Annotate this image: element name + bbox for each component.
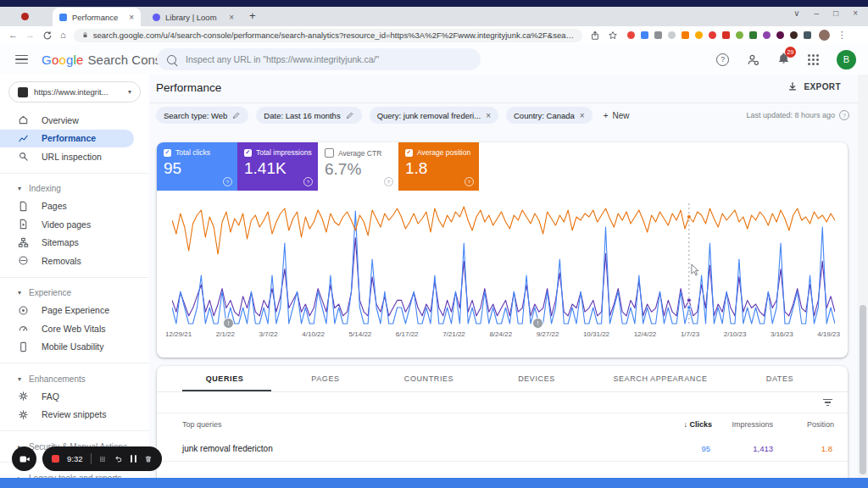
extension-icon[interactable] [654,31,662,39]
metric-tile-total-clicks[interactable]: ✓ Total clicks 95 ? [157,142,237,191]
chart-annotation-marker[interactable]: ! [223,318,234,329]
help-icon[interactable]: ? [384,177,393,186]
extension-icon[interactable] [627,31,635,39]
google-apps-icon[interactable] [808,54,819,65]
menu-icon[interactable] [15,55,28,64]
checkbox-unchecked[interactable] [325,148,334,158]
inspect-url-input[interactable] [184,53,470,65]
back-icon[interactable]: ← [8,30,18,40]
account-avatar[interactable]: B [837,50,856,69]
help-icon[interactable]: ? [465,177,474,186]
window-close-icon[interactable]: × [853,8,858,18]
bookmark-star-icon[interactable] [608,30,618,41]
tab-pages[interactable]: PAGES [311,374,339,383]
help-icon[interactable]: ? [223,177,232,186]
inspect-url-search[interactable] [157,48,481,70]
close-icon[interactable]: × [580,111,585,120]
restart-icon[interactable] [114,454,123,464]
user-settings-icon[interactable] [747,53,760,66]
extension-icon[interactable] [668,31,676,39]
sidebar-item-review-snippets[interactable]: Review snippets [0,406,149,424]
section-indexing[interactable]: ▾ Indexing [0,180,149,197]
sidebar-item-sitemaps[interactable]: Sitemaps [0,234,149,252]
browser-tab-performance[interactable]: Performance × [53,8,141,26]
sidebar-item-performance[interactable]: Performance [0,130,134,148]
window-minimize-icon[interactable]: – [815,8,820,18]
url-field[interactable]: search.google.com/u/4/search-console/per… [74,29,582,42]
metric-tile-average-position[interactable]: ✓ Average position 1.8 ? [398,142,479,191]
trash-icon[interactable] [144,454,153,464]
tab-countries[interactable]: COUNTRIES [404,374,453,383]
browser-tab-loom[interactable]: Library | Loom × [146,8,241,26]
tab-close-icon[interactable]: × [229,13,234,22]
section-experience[interactable]: ▾ Experience [0,285,149,302]
table-filter-icon[interactable] [823,399,832,406]
section-enhancements[interactable]: ▾ Enhancements [0,370,149,387]
tab-search-appearance[interactable]: SEARCH APPEARANCE [613,374,707,383]
close-icon[interactable]: × [486,111,491,120]
extension-icon[interactable] [790,31,798,39]
extension-icon[interactable] [709,31,716,39]
forward-icon[interactable]: → [25,30,35,40]
browser-menu-icon[interactable]: ⋮ [837,30,847,40]
checkbox-checked[interactable]: ✓ [164,149,171,157]
drag-handle-icon[interactable] [98,454,107,464]
extension-icon[interactable] [722,31,730,39]
column-clicks-sorted[interactable]: ↓ Clicks [683,420,712,429]
sidebar-item-mobile-usability[interactable]: Mobile Usability [0,338,149,357]
tab-dates[interactable]: DATES [766,374,793,383]
extension-icon[interactable] [804,31,811,39]
sidebar-item-page-experience[interactable]: Page Experience [0,302,149,320]
info-icon[interactable]: ? [839,110,849,120]
column-impressions[interactable]: Impressions [732,420,773,429]
extension-icon[interactable] [641,31,648,39]
stop-recording-button[interactable] [52,455,59,463]
window-maximize-icon[interactable]: □ [833,8,838,18]
help-icon[interactable]: ? [716,53,729,66]
checkbox-checked[interactable]: ✓ [244,149,252,157]
metric-tile-average-ctr[interactable]: Average CTR 6.7% ? [318,142,398,191]
loom-camera-button[interactable] [12,446,36,471]
window-dropdown-icon[interactable]: ∨ [793,8,799,18]
tab-queries[interactable]: QUERIES [206,374,244,383]
scrollbar-thumb[interactable] [860,305,866,474]
extension-icon[interactable] [736,31,743,39]
metric-tile-total-impressions[interactable]: ✓ Total impressions 1.41K ? [237,142,318,191]
performance-line-chart[interactable] [172,198,835,325]
query-cell[interactable]: junk removal fredericton [182,444,273,453]
sidebar-item-video-pages[interactable]: Video pages [0,215,149,234]
export-button[interactable]: EXPORT [787,81,841,92]
sidebar-item-overview[interactable]: Overview [0,111,149,130]
reload-icon[interactable] [42,30,53,41]
pause-icon[interactable] [131,455,136,463]
sidebar-item-removals[interactable]: Removals [0,252,149,270]
extension-icon[interactable] [695,31,703,39]
share-icon[interactable] [590,30,600,41]
filter-chip-date[interactable]: Date: Last 16 months [256,107,361,124]
filter-chip-country[interactable]: Country: Canada × [506,107,593,124]
new-tab-button[interactable]: + [249,9,256,22]
filter-chip-query[interactable]: Query: junk removal frederi... × [370,107,498,124]
help-icon[interactable]: ? [303,177,313,186]
extension-icon[interactable] [776,31,784,39]
sidebar-item-core-web-vitals[interactable]: Core Web Vitals [0,319,149,338]
sidebar-item-url-inspection[interactable]: URL inspection [0,147,149,166]
tab-devices[interactable]: DEVICES [518,374,555,383]
extension-icon[interactable] [682,31,689,39]
page-scrollbar[interactable] [858,75,868,478]
new-filter-button[interactable]: + New [604,111,630,120]
filter-chip-search-type[interactable]: Search type: Web [156,107,248,124]
notifications-button[interactable]: 29 [777,52,790,68]
extension-icon[interactable] [749,31,757,39]
home-icon[interactable]: ⌂ [60,30,66,40]
property-selector[interactable]: https://www.integrit... ▾ [8,81,141,103]
checkbox-checked[interactable]: ✓ [405,149,413,157]
column-position[interactable]: Position [807,420,834,429]
browser-profile-avatar[interactable] [819,30,830,41]
sidebar-item-pages[interactable]: Pages [0,197,149,216]
tab-close-icon[interactable]: × [129,13,134,22]
chart-annotation-marker[interactable]: ! [532,318,543,329]
sidebar-item-faq[interactable]: FAQ [0,387,149,406]
extension-icon[interactable] [763,31,771,39]
table-row[interactable]: junk removal fredericton 95 1,413 1.8 [157,435,848,462]
